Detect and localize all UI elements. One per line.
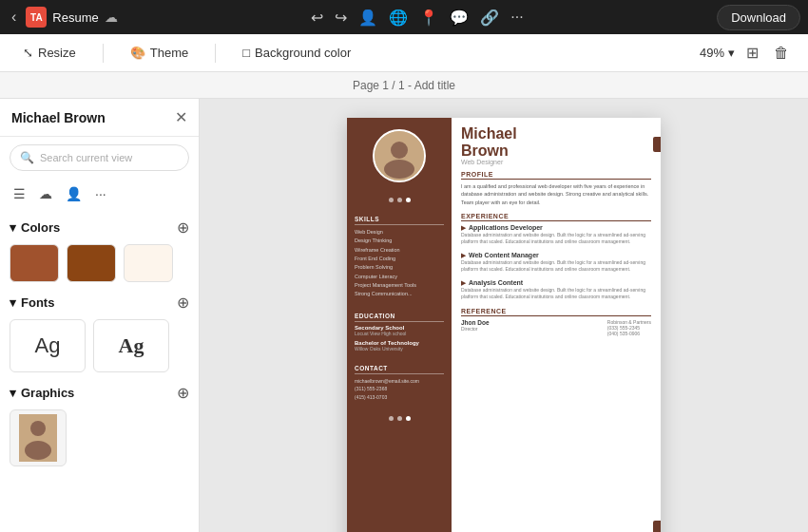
colors-section-title: ▾ Colors <box>10 220 60 235</box>
font-sample-text-2: Ag <box>119 333 144 358</box>
list-tool-icon[interactable]: ☰ <box>10 182 29 205</box>
page-info-bar: Page 1 / 1 - Add title <box>0 72 808 99</box>
exp-text-2: Database administration and website desi… <box>461 259 651 274</box>
chat-icon[interactable]: 💬 <box>446 5 472 30</box>
font-sample-2[interactable]: Ag <box>93 319 169 372</box>
skill-item: Computer Literacy <box>355 273 444 281</box>
exp-title-row-3: ▶ Analysis Content <box>461 279 651 287</box>
person-tool-icon[interactable]: 👤 <box>62 182 86 205</box>
topbar-right: Download <box>717 5 800 30</box>
zoom-control[interactable]: 49% ▾ <box>700 46 735 60</box>
download-button[interactable]: Download <box>717 5 800 30</box>
exp-title-row-2: ▶ Web Content Manager <box>461 252 651 259</box>
share-icon[interactable]: 🔗 <box>476 5 503 30</box>
skill-item: Front End Coding <box>355 255 444 263</box>
more-button[interactable]: ··· <box>507 5 527 29</box>
toolbar-separator <box>103 44 104 63</box>
sidebar-close-button[interactable]: ✕ <box>175 108 187 126</box>
skill-item: Wireframe Creation <box>355 246 444 255</box>
document-title: Resume <box>52 10 98 25</box>
experience-section: EXPERIENCE ▶ Applications Developer Data… <box>461 213 651 301</box>
graphic-thumbnail-1[interactable] <box>10 409 67 466</box>
undo-button[interactable]: ↩ <box>307 5 327 30</box>
dot-2 <box>397 198 402 202</box>
resume-document: SKILLS Web Design Design Thinking Wirefr… <box>347 118 661 532</box>
resume-name-line2: Brown <box>461 142 651 160</box>
fonts-add-button[interactable]: ⊕ <box>177 294 189 312</box>
reference-heading: REFERENCE <box>461 308 651 316</box>
redo-button[interactable]: ↪ <box>331 5 351 30</box>
sidebar: Michael Brown ✕ 🔍 Search current view ☰ … <box>0 99 200 532</box>
fonts-row: Ag Ag <box>10 319 189 372</box>
ref-role: Director <box>461 326 490 332</box>
svg-point-5 <box>384 160 414 179</box>
resume-left-column: SKILLS Web Design Design Thinking Wirefr… <box>347 118 452 532</box>
contact-section: CONTACT michaelbrown@email.site.com (311… <box>355 365 444 402</box>
accent-bar-top <box>653 137 661 152</box>
education-section: EDUCATION Secondary School Locust View H… <box>355 313 444 352</box>
exp-item-1: ▶ Applications Developer Database admini… <box>461 224 651 246</box>
canvas-area[interactable]: SKILLS Web Design Design Thinking Wirefr… <box>200 99 808 532</box>
sidebar-tools: ☰ ☁ 👤 ··· <box>0 179 199 213</box>
exp-title-1: Applications Developer <box>469 224 543 231</box>
toolbar-right-controls: 49% ▾ ⊞ 🗑 <box>700 40 793 66</box>
chevron-down-icon: ▾ <box>728 46 735 60</box>
contact-phone2: (415) 413-0703 <box>355 393 444 402</box>
color-swatch-3[interactable] <box>124 244 173 282</box>
bg-color-button[interactable]: □ Background color <box>235 42 358 64</box>
resume-photo <box>373 129 426 182</box>
graphics-section-header[interactable]: ▾ Graphics ⊕ <box>10 384 189 402</box>
search-box[interactable]: 🔍 Search current view <box>10 144 189 171</box>
trash-icon[interactable]: 🗑 <box>770 41 793 66</box>
skill-item: Problem Solving <box>355 263 444 272</box>
more-tool-icon[interactable]: ··· <box>91 182 110 205</box>
exp-title-3: Analysis Content <box>469 279 523 286</box>
skills-heading: SKILLS <box>355 216 444 225</box>
dot-b1 <box>389 416 394 421</box>
font-sample-1[interactable]: Ag <box>10 319 86 372</box>
color-swatch-2[interactable] <box>67 244 116 282</box>
resume-dots-bottom <box>355 416 444 421</box>
dot-1 <box>389 198 394 202</box>
topbar: ‹ TA Resume ☁ ↩ ↪ 👤 🌐 📍 💬 🔗 ··· Download <box>0 0 808 34</box>
back-button[interactable]: ‹ <box>8 7 20 28</box>
exp-text-1: Database administration and website desi… <box>461 232 651 246</box>
dot-b2 <box>397 416 402 421</box>
resume-right-column: Michael Brown Web Designer PROFILE I am … <box>452 118 661 532</box>
svg-point-4 <box>391 142 408 159</box>
resize-button[interactable]: ⤡ Resize <box>15 42 84 64</box>
colors-row <box>10 244 189 282</box>
colors-add-button[interactable]: ⊕ <box>177 218 189 237</box>
graphics-add-button[interactable]: ⊕ <box>177 384 189 402</box>
cloud-tool-icon[interactable]: ☁ <box>35 182 56 205</box>
education-heading: EDUCATION <box>355 313 444 322</box>
graphics-grid <box>10 409 189 466</box>
resume-job-title: Web Designer <box>461 159 651 165</box>
grid-view-icon[interactable]: ⊞ <box>742 40 762 66</box>
sidebar-title: Michael Brown <box>11 110 106 125</box>
skills-section: SKILLS Web Design Design Thinking Wirefr… <box>355 216 444 299</box>
ref-name: Jhon Doe <box>461 319 490 326</box>
resume-photo-svg <box>375 131 424 180</box>
reference-section: REFERENCE Jhon Doe Director Robinson & P… <box>461 308 651 336</box>
graphics-section: ▾ Graphics ⊕ <box>0 378 199 472</box>
bg-color-icon: □ <box>242 46 250 60</box>
fonts-section-header[interactable]: ▾ Fonts ⊕ <box>10 294 189 312</box>
profile-icon[interactable]: 👤 <box>355 5 381 30</box>
globe-icon[interactable]: 🌐 <box>385 5 412 30</box>
profile-section: PROFILE I am a qualified and professiona… <box>461 171 651 206</box>
profile-heading: PROFILE <box>461 171 651 180</box>
search-icon: 🔍 <box>20 151 34 164</box>
theme-button[interactable]: 🎨 Theme <box>123 42 196 64</box>
color-swatch-1[interactable] <box>10 244 59 282</box>
school2-sub: Willow Oaks University <box>355 346 444 352</box>
colors-section-header[interactable]: ▾ Colors ⊕ <box>10 218 189 237</box>
fonts-section-title: ▾ Fonts <box>10 295 54 310</box>
location-icon[interactable]: 📍 <box>415 5 442 30</box>
main-content: Michael Brown ✕ 🔍 Search current view ☰ … <box>0 99 808 532</box>
chevron-icon-graphics: ▾ <box>10 386 16 400</box>
experience-heading: EXPERIENCE <box>461 213 651 221</box>
person-graphic-svg <box>19 414 57 462</box>
skill-item: Project Management Tools <box>355 281 444 290</box>
exp-item-2: ▶ Web Content Manager Database administr… <box>461 252 651 274</box>
